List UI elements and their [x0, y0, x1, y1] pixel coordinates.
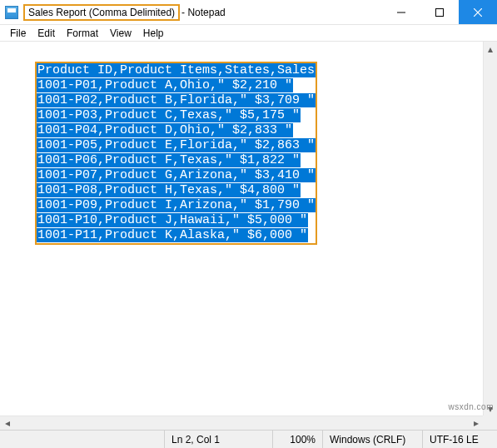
menu-format[interactable]: Format: [62, 26, 103, 41]
menu-bar: File Edit Format View Help: [0, 25, 497, 42]
menu-help[interactable]: Help: [138, 26, 169, 41]
notepad-icon: [5, 6, 18, 19]
text-data-row: 1001-P01,Product A,Ohio," $2,210 ": [37, 78, 316, 93]
text-header-row: Product ID,Product Items,States,Sales: [37, 63, 316, 78]
menu-edit[interactable]: Edit: [32, 26, 60, 41]
scroll-right-arrow-icon[interactable]: ▸: [469, 416, 483, 431]
window-titlebar[interactable]: Sales Report (Comma Delimited) - Notepad: [0, 0, 497, 25]
svg-rect-1: [436, 8, 444, 16]
scroll-up-arrow-icon[interactable]: ▴: [484, 42, 498, 56]
text-data-row: 1001-P06,Product F,Texas," $1,822 ": [37, 153, 316, 168]
status-zoom: 100%: [272, 431, 322, 448]
text-data-row: 1001-P02,Product B,Florida," $3,709 ": [37, 93, 316, 108]
text-data-row: 1001-P07,Product G,Arizona," $3,410 ": [37, 168, 316, 183]
status-eol: Windows (CRLF): [322, 431, 422, 448]
scroll-corner: [483, 416, 497, 430]
text-data-row: 1001-P08,Product H,Texas," $4,800 ": [37, 183, 316, 198]
status-encoding: UTF-16 LE: [422, 431, 497, 448]
status-position: Ln 2, Col 1: [164, 431, 272, 448]
text-editor[interactable]: Product ID,Product Items,States,Sales100…: [0, 42, 483, 416]
text-data-row: 1001-P04,Product D,Ohio," $2,833 ": [37, 123, 316, 138]
watermark-text: wsxdn.com: [448, 402, 494, 411]
maximize-button[interactable]: [420, 0, 459, 24]
menu-file[interactable]: File: [5, 26, 31, 41]
scroll-left-arrow-icon[interactable]: ◂: [0, 416, 14, 431]
window-title-filename: Sales Report (Comma Delimited): [23, 4, 180, 21]
text-data-row: 1001-P05,Product E,Florida," $2,863 ": [37, 138, 316, 153]
status-bar: Ln 2, Col 1 100% Windows (CRLF) UTF-16 L…: [0, 430, 497, 448]
vertical-scrollbar[interactable]: ▴ ▾: [483, 42, 497, 416]
text-data-row: 1001-P03,Product C,Texas," $5,175 ": [37, 108, 316, 123]
horizontal-scrollbar[interactable]: ◂ ▸: [0, 416, 483, 430]
text-data-row: 1001-P09,Product I,Arizona," $1,790 ": [37, 198, 316, 213]
selection-highlight: Product ID,Product Items,States,Sales100…: [35, 62, 317, 245]
text-data-row: 1001-P10,Product J,Hawaii," $5,000 ": [37, 213, 316, 228]
menu-view[interactable]: View: [105, 26, 137, 41]
window-title-app: - Notepad: [181, 7, 226, 18]
close-button[interactable]: [459, 0, 497, 24]
text-data-row: 1001-P11,Product K,Alaska," $6,000 ": [37, 228, 316, 243]
minimize-button[interactable]: [382, 0, 420, 24]
